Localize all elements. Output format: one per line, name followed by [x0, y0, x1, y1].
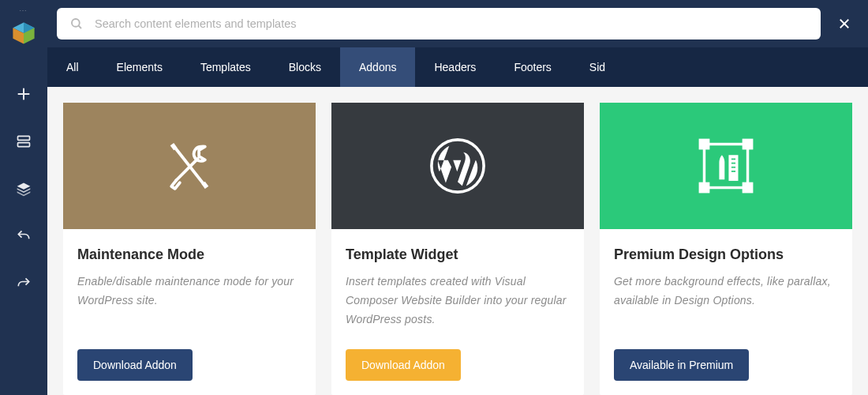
main-panel: All Elements Templates Blocks Addons Hea…	[47, 0, 868, 395]
svg-marker-8	[17, 183, 31, 190]
tab-blocks[interactable]: Blocks	[270, 47, 340, 87]
redo-button[interactable]	[0, 260, 47, 307]
search-input[interactable]	[95, 17, 808, 30]
tab-addons[interactable]: Addons	[340, 47, 415, 87]
card-hero	[63, 103, 316, 229]
layout-button[interactable]	[0, 118, 47, 165]
search-icon	[69, 17, 84, 31]
card-description: Enable/disable maintenance mode for your…	[77, 273, 301, 332]
card-title: Template Widget	[346, 246, 570, 263]
undo-button[interactable]	[0, 213, 47, 260]
card-description: Insert templates created with Visual Com…	[346, 273, 570, 332]
left-navigation-rail: ⋯	[0, 0, 47, 395]
tab-templates[interactable]: Templates	[181, 47, 270, 87]
search-field-wrap	[57, 8, 821, 40]
top-bar	[47, 0, 868, 47]
addon-card-premium-design: Premium Design Options Get more backgrou…	[600, 103, 852, 395]
svg-rect-18	[704, 144, 747, 187]
download-addon-button[interactable]: Download Addon	[77, 349, 193, 381]
card-title: Maintenance Mode	[77, 246, 301, 263]
design-options-icon	[692, 132, 760, 200]
svg-line-12	[78, 25, 81, 28]
card-body: Premium Design Options Get more backgrou…	[600, 229, 852, 395]
svg-rect-19	[700, 140, 708, 148]
category-tabs: All Elements Templates Blocks Addons Hea…	[47, 47, 868, 87]
card-hero	[331, 103, 584, 229]
addon-card-maintenance-mode: Maintenance Mode Enable/disable maintena…	[63, 103, 316, 395]
tab-headers[interactable]: Headers	[415, 47, 495, 87]
svg-rect-20	[743, 140, 751, 148]
wordpress-icon	[429, 137, 486, 194]
addons-grid: Maintenance Mode Enable/disable maintena…	[47, 87, 868, 395]
tab-elements[interactable]: Elements	[98, 47, 181, 87]
svg-rect-7	[18, 143, 30, 147]
card-description: Get more background effects, like parall…	[614, 273, 838, 332]
svg-rect-22	[743, 183, 751, 191]
card-body: Maintenance Mode Enable/disable maintena…	[63, 229, 316, 395]
tools-icon	[159, 136, 219, 196]
add-element-button[interactable]	[0, 70, 47, 118]
svg-rect-6	[18, 136, 30, 140]
tab-sidebars[interactable]: Sid	[571, 47, 624, 87]
tab-all[interactable]: All	[47, 47, 98, 87]
tab-footers[interactable]: Footers	[495, 47, 570, 87]
layers-button[interactable]	[0, 165, 47, 213]
available-in-premium-button[interactable]: Available in Premium	[614, 349, 749, 381]
close-button[interactable]	[830, 9, 859, 38]
drag-handle-dots: ⋯	[19, 6, 28, 15]
card-body: Template Widget Insert templates created…	[331, 229, 584, 395]
card-hero	[600, 103, 852, 229]
download-addon-button[interactable]: Download Addon	[346, 349, 461, 381]
svg-point-11	[72, 19, 80, 27]
app-logo[interactable]	[10, 20, 37, 47]
close-icon	[837, 17, 851, 31]
svg-rect-21	[700, 183, 708, 191]
addon-card-template-widget: Template Widget Insert templates created…	[331, 103, 584, 395]
card-title: Premium Design Options	[614, 246, 838, 263]
